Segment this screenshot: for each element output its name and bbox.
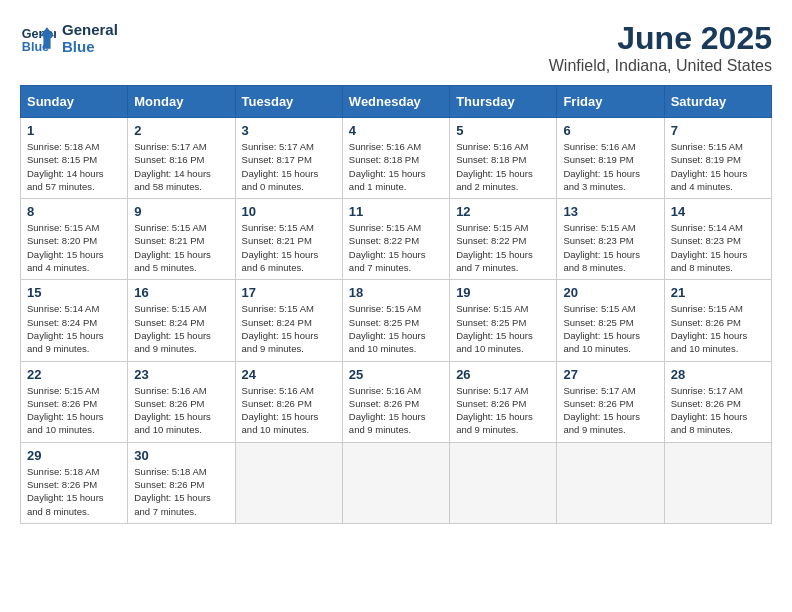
- day-number: 4: [349, 123, 443, 138]
- calendar-cell: 22Sunrise: 5:15 AM Sunset: 8:26 PM Dayli…: [21, 361, 128, 442]
- day-info: Sunrise: 5:16 AM Sunset: 8:26 PM Dayligh…: [349, 384, 443, 437]
- calendar-cell: 25Sunrise: 5:16 AM Sunset: 8:26 PM Dayli…: [342, 361, 449, 442]
- calendar-header-friday: Friday: [557, 86, 664, 118]
- day-info: Sunrise: 5:15 AM Sunset: 8:25 PM Dayligh…: [349, 302, 443, 355]
- calendar-week-2: 8Sunrise: 5:15 AM Sunset: 8:20 PM Daylig…: [21, 199, 772, 280]
- page-subtitle: Winfield, Indiana, United States: [549, 57, 772, 75]
- day-info: Sunrise: 5:17 AM Sunset: 8:16 PM Dayligh…: [134, 140, 228, 193]
- calendar-body: 1Sunrise: 5:18 AM Sunset: 8:15 PM Daylig…: [21, 118, 772, 524]
- title-area: June 2025 Winfield, Indiana, United Stat…: [549, 20, 772, 75]
- calendar-cell: [235, 442, 342, 523]
- day-number: 18: [349, 285, 443, 300]
- calendar-cell: 21Sunrise: 5:15 AM Sunset: 8:26 PM Dayli…: [664, 280, 771, 361]
- day-info: Sunrise: 5:15 AM Sunset: 8:22 PM Dayligh…: [349, 221, 443, 274]
- day-number: 20: [563, 285, 657, 300]
- calendar-header-tuesday: Tuesday: [235, 86, 342, 118]
- day-number: 12: [456, 204, 550, 219]
- day-number: 19: [456, 285, 550, 300]
- calendar-cell: 9Sunrise: 5:15 AM Sunset: 8:21 PM Daylig…: [128, 199, 235, 280]
- day-number: 15: [27, 285, 121, 300]
- day-info: Sunrise: 5:16 AM Sunset: 8:18 PM Dayligh…: [456, 140, 550, 193]
- calendar-cell: 3Sunrise: 5:17 AM Sunset: 8:17 PM Daylig…: [235, 118, 342, 199]
- calendar-cell: 28Sunrise: 5:17 AM Sunset: 8:26 PM Dayli…: [664, 361, 771, 442]
- day-info: Sunrise: 5:15 AM Sunset: 8:24 PM Dayligh…: [134, 302, 228, 355]
- day-number: 7: [671, 123, 765, 138]
- day-info: Sunrise: 5:18 AM Sunset: 8:15 PM Dayligh…: [27, 140, 121, 193]
- calendar-header-saturday: Saturday: [664, 86, 771, 118]
- calendar-cell: 11Sunrise: 5:15 AM Sunset: 8:22 PM Dayli…: [342, 199, 449, 280]
- day-number: 2: [134, 123, 228, 138]
- day-number: 28: [671, 367, 765, 382]
- day-info: Sunrise: 5:16 AM Sunset: 8:18 PM Dayligh…: [349, 140, 443, 193]
- calendar-cell: [342, 442, 449, 523]
- logo-line2: Blue: [62, 38, 118, 55]
- calendar-week-5: 29Sunrise: 5:18 AM Sunset: 8:26 PM Dayli…: [21, 442, 772, 523]
- calendar-header-monday: Monday: [128, 86, 235, 118]
- day-info: Sunrise: 5:15 AM Sunset: 8:24 PM Dayligh…: [242, 302, 336, 355]
- calendar-cell: 30Sunrise: 5:18 AM Sunset: 8:26 PM Dayli…: [128, 442, 235, 523]
- calendar-cell: 16Sunrise: 5:15 AM Sunset: 8:24 PM Dayli…: [128, 280, 235, 361]
- day-number: 8: [27, 204, 121, 219]
- calendar-cell: 26Sunrise: 5:17 AM Sunset: 8:26 PM Dayli…: [450, 361, 557, 442]
- calendar-cell: 20Sunrise: 5:15 AM Sunset: 8:25 PM Dayli…: [557, 280, 664, 361]
- calendar-cell: 12Sunrise: 5:15 AM Sunset: 8:22 PM Dayli…: [450, 199, 557, 280]
- day-number: 3: [242, 123, 336, 138]
- day-number: 21: [671, 285, 765, 300]
- day-info: Sunrise: 5:15 AM Sunset: 8:21 PM Dayligh…: [242, 221, 336, 274]
- calendar-cell: 5Sunrise: 5:16 AM Sunset: 8:18 PM Daylig…: [450, 118, 557, 199]
- calendar-cell: [664, 442, 771, 523]
- calendar-cell: 1Sunrise: 5:18 AM Sunset: 8:15 PM Daylig…: [21, 118, 128, 199]
- logo: General Blue General Blue: [20, 20, 118, 56]
- day-number: 17: [242, 285, 336, 300]
- calendar-week-4: 22Sunrise: 5:15 AM Sunset: 8:26 PM Dayli…: [21, 361, 772, 442]
- logo-line1: General: [62, 21, 118, 38]
- day-info: Sunrise: 5:16 AM Sunset: 8:26 PM Dayligh…: [242, 384, 336, 437]
- day-info: Sunrise: 5:16 AM Sunset: 8:19 PM Dayligh…: [563, 140, 657, 193]
- calendar-table: SundayMondayTuesdayWednesdayThursdayFrid…: [20, 85, 772, 524]
- day-number: 24: [242, 367, 336, 382]
- day-number: 27: [563, 367, 657, 382]
- day-number: 22: [27, 367, 121, 382]
- calendar-week-1: 1Sunrise: 5:18 AM Sunset: 8:15 PM Daylig…: [21, 118, 772, 199]
- calendar-cell: 29Sunrise: 5:18 AM Sunset: 8:26 PM Dayli…: [21, 442, 128, 523]
- calendar-cell: 27Sunrise: 5:17 AM Sunset: 8:26 PM Dayli…: [557, 361, 664, 442]
- day-number: 9: [134, 204, 228, 219]
- calendar-cell: [450, 442, 557, 523]
- day-info: Sunrise: 5:15 AM Sunset: 8:21 PM Dayligh…: [134, 221, 228, 274]
- logo-icon: General Blue: [20, 20, 56, 56]
- header: General Blue General Blue June 2025 Winf…: [20, 20, 772, 75]
- calendar-cell: 15Sunrise: 5:14 AM Sunset: 8:24 PM Dayli…: [21, 280, 128, 361]
- day-number: 29: [27, 448, 121, 463]
- day-number: 13: [563, 204, 657, 219]
- day-number: 25: [349, 367, 443, 382]
- calendar-cell: 17Sunrise: 5:15 AM Sunset: 8:24 PM Dayli…: [235, 280, 342, 361]
- day-number: 1: [27, 123, 121, 138]
- day-info: Sunrise: 5:15 AM Sunset: 8:25 PM Dayligh…: [563, 302, 657, 355]
- day-info: Sunrise: 5:15 AM Sunset: 8:23 PM Dayligh…: [563, 221, 657, 274]
- calendar-header-sunday: Sunday: [21, 86, 128, 118]
- calendar-cell: 24Sunrise: 5:16 AM Sunset: 8:26 PM Dayli…: [235, 361, 342, 442]
- day-info: Sunrise: 5:18 AM Sunset: 8:26 PM Dayligh…: [134, 465, 228, 518]
- day-number: 26: [456, 367, 550, 382]
- day-info: Sunrise: 5:15 AM Sunset: 8:19 PM Dayligh…: [671, 140, 765, 193]
- calendar-cell: 4Sunrise: 5:16 AM Sunset: 8:18 PM Daylig…: [342, 118, 449, 199]
- calendar-cell: 23Sunrise: 5:16 AM Sunset: 8:26 PM Dayli…: [128, 361, 235, 442]
- day-info: Sunrise: 5:14 AM Sunset: 8:24 PM Dayligh…: [27, 302, 121, 355]
- calendar-week-3: 15Sunrise: 5:14 AM Sunset: 8:24 PM Dayli…: [21, 280, 772, 361]
- calendar-header: SundayMondayTuesdayWednesdayThursdayFrid…: [21, 86, 772, 118]
- calendar-header-wednesday: Wednesday: [342, 86, 449, 118]
- day-info: Sunrise: 5:15 AM Sunset: 8:25 PM Dayligh…: [456, 302, 550, 355]
- day-info: Sunrise: 5:17 AM Sunset: 8:26 PM Dayligh…: [563, 384, 657, 437]
- day-info: Sunrise: 5:18 AM Sunset: 8:26 PM Dayligh…: [27, 465, 121, 518]
- calendar-cell: 14Sunrise: 5:14 AM Sunset: 8:23 PM Dayli…: [664, 199, 771, 280]
- calendar-cell: 6Sunrise: 5:16 AM Sunset: 8:19 PM Daylig…: [557, 118, 664, 199]
- day-info: Sunrise: 5:15 AM Sunset: 8:26 PM Dayligh…: [671, 302, 765, 355]
- day-number: 16: [134, 285, 228, 300]
- page-title: June 2025: [549, 20, 772, 57]
- day-info: Sunrise: 5:17 AM Sunset: 8:26 PM Dayligh…: [456, 384, 550, 437]
- header-row: SundayMondayTuesdayWednesdayThursdayFrid…: [21, 86, 772, 118]
- day-number: 14: [671, 204, 765, 219]
- day-info: Sunrise: 5:17 AM Sunset: 8:26 PM Dayligh…: [671, 384, 765, 437]
- day-number: 30: [134, 448, 228, 463]
- calendar-cell: 7Sunrise: 5:15 AM Sunset: 8:19 PM Daylig…: [664, 118, 771, 199]
